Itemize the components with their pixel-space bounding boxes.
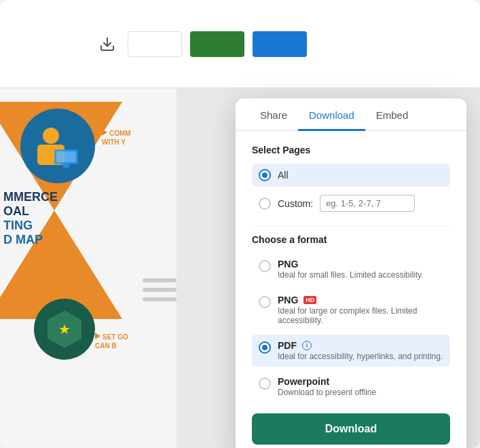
badge-inner: ★ (48, 311, 81, 348)
tab-download[interactable]: Download (298, 98, 365, 131)
infographic-line3: TING (3, 219, 58, 233)
format-info-png-hd: PNGHD Ideal for large or complex files. … (278, 295, 443, 325)
format-info-pdf: PDFi Ideal for accessibility, hyperlinks… (278, 340, 443, 361)
hd-badge: HD (303, 296, 316, 304)
person-circle (20, 109, 95, 183)
toolbar (0, 0, 480, 88)
arrow-icon-bottom (95, 333, 100, 339)
download-modal: Share Download Embed Select Pages All Cu… (236, 98, 466, 448)
modal-content: Select Pages All Custom: Choose a format (236, 131, 466, 448)
format-option-pdf[interactable]: PDFi Ideal for accessibility, hyperlinks… (252, 335, 450, 367)
page-option-custom[interactable]: Custom: (252, 189, 450, 217)
format-option-png[interactable]: PNG Ideal for small files. Limited acces… (252, 253, 450, 285)
custom-row: Custom: (278, 195, 415, 212)
format-info-png: PNG Ideal for small files. Limited acces… (278, 259, 424, 280)
format-option-png-hd[interactable]: PNGHD Ideal for large or complex files. … (252, 289, 450, 331)
format-name-png: PNG (278, 259, 424, 269)
toolbar-empty-button[interactable] (128, 31, 182, 57)
orange-label-top: COMMWITH Y (102, 129, 131, 147)
radio-png-hd (259, 296, 271, 308)
choose-format-label: Choose a format (252, 234, 450, 245)
select-pages-label: Select Pages (252, 145, 450, 155)
radio-all (259, 169, 271, 181)
badge-circle: ★ (34, 299, 95, 360)
gray-line-3 (143, 297, 177, 301)
infographic-line4: D MAP (3, 233, 58, 247)
radio-pdf (259, 341, 271, 354)
all-label: All (278, 170, 289, 181)
format-desc-png: Ideal for small files. Limited accessibi… (278, 270, 424, 280)
infographic-text: MMERCE OAL TING D MAP (3, 190, 58, 247)
infographic-background: ★ MMERCE OAL TING D MAP COMMWITH Y SET G… (0, 88, 177, 448)
gray-lines-decoration (143, 278, 177, 301)
svg-rect-4 (63, 164, 69, 168)
format-info-powerpoint: Powerpoint Download to present offline (278, 376, 376, 397)
divider-1 (252, 225, 450, 226)
format-desc-powerpoint: Download to present offline (278, 388, 376, 397)
infographic-line1: MMERCE (3, 190, 58, 204)
radio-powerpoint (259, 377, 271, 390)
format-name-powerpoint: Powerpoint (278, 376, 376, 387)
format-desc-png-hd: Ideal for large or complex files. Limite… (278, 306, 443, 325)
svg-rect-5 (56, 151, 76, 162)
radio-png (259, 260, 271, 272)
gray-line-1 (143, 278, 177, 282)
page-option-all[interactable]: All (252, 164, 450, 187)
infographic-line2: OAL (3, 204, 58, 219)
tab-embed[interactable]: Embed (365, 98, 420, 131)
gray-line-2 (143, 288, 177, 292)
toolbar-green-button[interactable] (190, 31, 244, 57)
format-option-powerpoint[interactable]: Powerpoint Download to present offline (252, 371, 450, 403)
download-button[interactable]: Download (252, 413, 450, 445)
star-icon: ★ (58, 321, 71, 337)
toolbar-download-icon[interactable] (95, 32, 119, 56)
format-name-png-hd: PNGHD (278, 295, 443, 305)
pdf-info-icon[interactable]: i (302, 341, 312, 350)
format-desc-pdf: Ideal for accessibility, hyperlinks, and… (278, 352, 443, 361)
svg-point-1 (43, 128, 59, 144)
tab-share[interactable]: Share (249, 98, 298, 131)
arrow-icon-top (102, 129, 107, 136)
toolbar-blue-button[interactable] (253, 31, 307, 57)
format-name-pdf: PDFi (278, 340, 443, 351)
custom-label: Custom: (278, 198, 313, 209)
modal-tabs: Share Download Embed (236, 98, 466, 131)
custom-pages-input[interactable] (320, 195, 415, 212)
orange-label-bottom: SET GOCAN B (95, 333, 128, 350)
radio-custom (259, 198, 271, 210)
